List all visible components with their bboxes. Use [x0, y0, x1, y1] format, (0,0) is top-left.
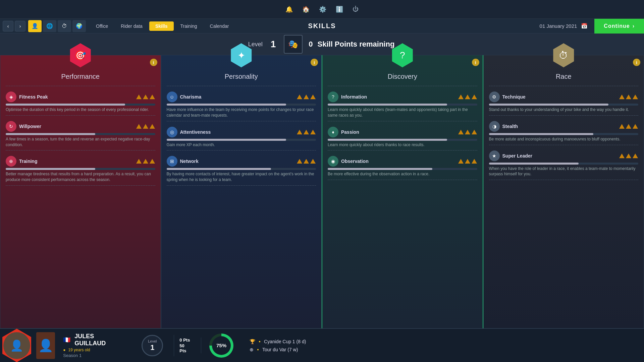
info-icon[interactable]: ℹ️: [336, 6, 343, 13]
skill-passion: ♦ Passion Learn more quickly about rider…: [322, 124, 483, 148]
super-leader-icon: ★: [489, 150, 500, 161]
nav-forward-button[interactable]: ›: [15, 21, 25, 32]
passion-stars: [458, 130, 477, 134]
main-content: 🎯 i Performance ◈ Fitness Peak: [0, 55, 644, 328]
div-p3: [167, 185, 316, 186]
star3: [472, 159, 477, 164]
level-circle: Level 1: [142, 335, 163, 356]
race-info-badge[interactable]: i: [633, 59, 640, 66]
tab-training[interactable]: Training: [174, 21, 203, 31]
page-title: SKILLS: [308, 22, 336, 30]
nav-icon-globe[interactable]: 🌐: [43, 20, 56, 32]
race-row-2: ⊕ ● Tour du Var (7 w): [250, 347, 636, 352]
tab-office[interactable]: Office: [90, 21, 114, 31]
power-icon[interactable]: ⏻: [353, 6, 359, 13]
charisma-icon: ☺: [167, 92, 177, 102]
star3: [633, 95, 638, 99]
star1: [458, 95, 464, 99]
cards-area: 🎯 i Performance ◈ Fitness Peak: [0, 55, 644, 328]
star2: [143, 95, 148, 99]
observation-name: Observation: [341, 159, 455, 164]
level-circle-label: Level: [148, 339, 157, 343]
pts-total-val: 50 Pts: [179, 343, 186, 353]
pts-total: 50 Pts: [179, 343, 193, 353]
super-leader-bar-fill: [489, 163, 579, 165]
star2: [465, 159, 470, 164]
tab-list: Office Rider data Skills Training Calend…: [90, 21, 235, 31]
progress-pct: 75%: [216, 343, 226, 348]
fitness-peak-bar: [6, 104, 155, 106]
skill-super-leader: ★ Super Leader When you have the role of…: [484, 148, 644, 177]
nav-icon-timer[interactable]: ⏱: [58, 20, 71, 32]
willpower-desc: A few times in a season, turn the tide a…: [6, 136, 155, 148]
skill-points-number: 0: [309, 40, 313, 48]
skill-points-display: 0 Skill Points remaining: [309, 40, 396, 49]
star2: [626, 124, 631, 129]
star1: [297, 95, 302, 99]
div3: [6, 185, 155, 186]
star3: [150, 95, 155, 99]
fitness-peak-bar-fill: [6, 104, 125, 106]
tab-calendar[interactable]: Calendar: [204, 21, 235, 31]
attentiveness-desc: Gain more XP each month.: [167, 142, 316, 148]
level-circle-num: 1: [150, 343, 154, 352]
fitness-peak-desc: Optimise the duration of this key period…: [6, 107, 155, 113]
rider-avatar: 👤: [3, 332, 30, 359]
training-bar-fill: [6, 168, 95, 170]
stealth-name: Stealth: [502, 124, 616, 129]
observation-stars: [458, 159, 477, 164]
technique-icon: ⚙: [489, 92, 500, 102]
attentiveness-icon: ◎: [167, 127, 177, 137]
race-title: Race: [484, 73, 644, 80]
star2: [465, 130, 470, 134]
trophy-icon: 🏆: [250, 339, 255, 344]
information-bar-fill: [328, 104, 447, 106]
race-name-1: Cyanide Cup 1 (8 d): [264, 339, 306, 344]
information-icon: ?: [328, 92, 338, 102]
race-dot-1: ●: [259, 340, 261, 343]
star3: [150, 124, 155, 129]
discovery-title: Discovery: [322, 73, 483, 80]
star1: [458, 159, 464, 164]
willpower-name: Willpower: [19, 124, 133, 129]
performance-info-badge[interactable]: i: [150, 59, 157, 66]
stealth-desc: Be more astute and inconspicuous during …: [489, 136, 639, 142]
technique-bar-fill: [489, 104, 608, 106]
nav-icon-map[interactable]: 🌍: [72, 20, 86, 32]
information-name: Information: [341, 94, 455, 100]
rider-flag: 🇫🇷: [63, 336, 70, 344]
charisma-name: Charisma: [180, 94, 294, 100]
attentiveness-bar-fill: [167, 139, 286, 141]
calendar-icon[interactable]: 📅: [581, 23, 588, 29]
rider-hex-frame: 👤: [0, 329, 34, 362]
stealth-stars: [619, 124, 638, 129]
discovery-info-badge[interactable]: i: [472, 59, 479, 66]
gear-icon[interactable]: ⚙️: [319, 6, 326, 13]
willpower-stars: [136, 124, 155, 129]
tab-skills[interactable]: Skills: [149, 21, 174, 31]
home-icon[interactable]: 🏠: [302, 6, 310, 13]
skill-attentiveness: ◎ Attentiveness Gain more XP each month.: [161, 124, 322, 148]
star1: [297, 130, 302, 134]
technique-stars: [619, 95, 638, 99]
network-stars: [297, 159, 316, 164]
tab-rider-data[interactable]: Rider data: [115, 21, 149, 31]
bell-icon[interactable]: 🔔: [285, 6, 293, 13]
pts-current-val: 0 Pts: [179, 338, 190, 343]
star3: [633, 124, 638, 129]
star1: [458, 130, 464, 134]
div2: [6, 150, 155, 150]
player-avatar-icon: 🎭: [288, 40, 298, 49]
card-discovery: ? i Discovery ? Information: [322, 55, 483, 328]
div1: [6, 115, 155, 116]
stealth-bar-fill: [489, 133, 594, 135]
continue-button[interactable]: Continue ›: [594, 19, 644, 34]
date-label: 01 January 2021: [540, 23, 577, 29]
nav-back-button[interactable]: ‹: [3, 21, 13, 32]
date-continue-area: 01 January 2021 📅 Continue ›: [540, 19, 644, 34]
network-name: Network: [180, 159, 294, 164]
nav-icon-rider[interactable]: 👤: [28, 20, 42, 32]
continue-arrow-icon: ›: [633, 23, 635, 29]
personality-info-badge[interactable]: i: [311, 59, 318, 66]
level-bar: Level 1 🎭 0 Skill Points remaining: [0, 34, 644, 55]
